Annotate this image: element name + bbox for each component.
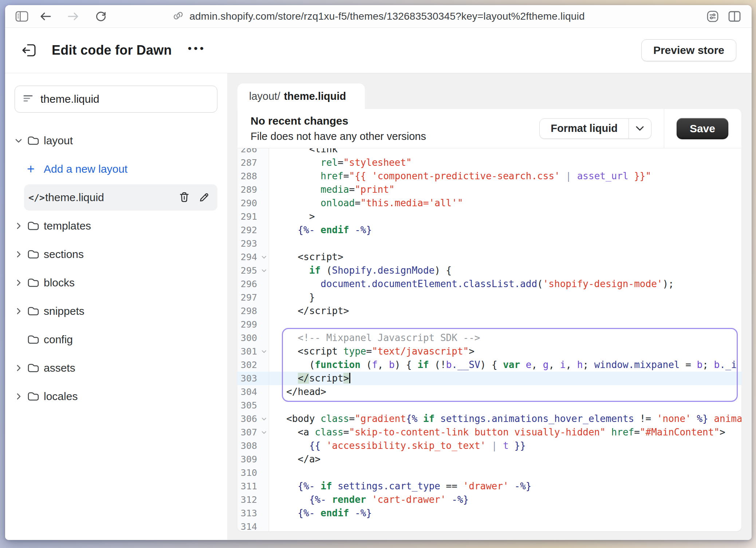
tab-file-name: theme.liquid	[284, 90, 346, 102]
editor-card: No recent changes File does not have any…	[237, 109, 741, 531]
reload-icon[interactable]	[92, 8, 109, 25]
trash-icon[interactable]	[178, 191, 190, 204]
code-text[interactable]: if (Shopify.designMode) {	[269, 264, 741, 277]
code-text[interactable]: {%- render 'cart-drawer' -%}	[269, 493, 741, 506]
fold-chevron-icon[interactable]	[259, 268, 269, 274]
code-line-294: 294 <script>	[237, 250, 741, 264]
code-line-311: 311 {%- if settings.cart_type == 'drawer…	[237, 480, 741, 493]
pencil-icon[interactable]	[198, 191, 210, 204]
line-number: 312	[237, 494, 259, 505]
page-settings-icon[interactable]	[704, 8, 721, 25]
folder-icon	[27, 135, 44, 146]
code-line-304: 304 </head>	[237, 385, 741, 399]
folder-icon	[27, 249, 44, 260]
header-vertical-divider	[664, 109, 664, 148]
code-text[interactable]: rel="stylesheet"	[269, 156, 741, 169]
code-text[interactable]: </head>	[269, 385, 741, 399]
chevron-down-icon[interactable]	[15, 137, 27, 145]
editor-pane: layout/theme.liquid No recent changes Fi…	[227, 73, 752, 540]
sidebar-toggle-icon[interactable]	[14, 8, 31, 25]
sidebar-item-config[interactable]: config	[15, 325, 217, 354]
code-line-306: 306 <body class="gradient{% if settings.…	[237, 412, 741, 426]
chevron-right-icon[interactable]	[15, 392, 27, 400]
line-number: 309	[237, 454, 259, 465]
code-text[interactable]: {%- if settings.cart_type == 'drawer' -%…	[269, 480, 741, 493]
code-line-291: 291 >	[237, 210, 741, 223]
sidebar-item-templates[interactable]: templates	[15, 212, 217, 240]
sidebar-item-layout[interactable]: layout	[15, 126, 217, 155]
code-text[interactable]: document.documentElement.classList.add('…	[269, 277, 741, 291]
code-text[interactable]: href="{{ 'component-predictive-search.cs…	[269, 169, 741, 183]
plus-icon: +	[27, 163, 44, 176]
code-text[interactable]: }	[269, 291, 741, 304]
status-title: No recent changes	[251, 115, 426, 127]
line-number: 292	[237, 225, 259, 235]
chevron-right-icon[interactable]	[15, 279, 27, 287]
code-text[interactable]: <a class="skip-to-content-link button vi…	[269, 426, 741, 439]
fold-chevron-icon[interactable]	[259, 254, 269, 260]
code-text[interactable]: </script>	[269, 304, 741, 318]
folder-icon	[27, 306, 44, 317]
line-number: 310	[237, 467, 259, 478]
code-text[interactable]: {%- endif -%}	[269, 223, 741, 237]
chevron-down-icon[interactable]	[629, 119, 651, 138]
code-line-302: 302 (function (f, b) { if (!b.__SV) { va…	[237, 358, 741, 372]
sidebar-add-layout[interactable]: +Add a new layout	[15, 155, 217, 183]
code-text[interactable]: media="print"	[269, 183, 741, 196]
chevron-right-icon[interactable]	[15, 222, 27, 230]
chevron-right-icon[interactable]	[15, 307, 27, 315]
code-text[interactable]: </script>	[269, 372, 741, 385]
url-text[interactable]: admin.shopify.com/store/rzq1xu-f5/themes…	[189, 11, 584, 22]
back-icon[interactable]	[37, 8, 54, 25]
sidebar-item-locales[interactable]: locales	[15, 382, 217, 411]
sidebar-item-assets[interactable]: assets	[15, 354, 217, 382]
format-liquid-button[interactable]: Format liquid	[539, 118, 651, 139]
browser-window: admin.shopify.com/store/rzq1xu-f5/themes…	[5, 5, 752, 540]
file-search-input[interactable]	[40, 93, 209, 105]
code-editor[interactable]: 286 <link287 rel="stylesheet"288 href="{…	[237, 148, 741, 531]
code-text[interactable]: <script>	[269, 250, 741, 264]
sidebar-item-snippets[interactable]: snippets	[15, 297, 217, 325]
file-sidebar: layout+Add a new layout</>theme.liquidte…	[5, 73, 227, 540]
file-search-box[interactable]	[15, 86, 217, 113]
split-view-icon[interactable]	[726, 8, 743, 25]
sidebar-item-sections[interactable]: sections	[15, 240, 217, 269]
code-file-icon: </>	[28, 192, 45, 203]
line-number: 302	[237, 360, 259, 370]
format-liquid-label: Format liquid	[540, 119, 629, 138]
code-text[interactable]: <!-- Mixpanel Javascript SDK -->	[269, 331, 741, 345]
code-text[interactable]: </a>	[269, 453, 741, 466]
sidebar-item-blocks[interactable]: blocks	[15, 269, 217, 297]
code-text[interactable]: onload="this.media='all'"	[269, 196, 741, 210]
preview-store-button[interactable]: Preview store	[641, 39, 736, 61]
chevron-right-icon[interactable]	[15, 250, 27, 258]
forward-icon[interactable]	[65, 8, 82, 25]
code-line-286: 286 <link	[237, 148, 741, 156]
code-line-295: 295 if (Shopify.designMode) {	[237, 264, 741, 277]
overflow-menu-icon[interactable]: •••	[188, 43, 206, 58]
sidebar-item-theme-liquid[interactable]: </>theme.liquid	[24, 184, 217, 211]
line-number: 303	[237, 373, 259, 384]
code-line-303: 303 </script>	[237, 372, 741, 385]
code-text[interactable]: <script type="text/javascript">	[269, 345, 741, 358]
code-text[interactable]: {{ 'accessibility.skip_to_text' | t }}	[269, 439, 741, 453]
code-text[interactable]: <body class="gradient{% if settings.anim…	[269, 412, 741, 426]
chevron-right-icon[interactable]	[15, 364, 27, 372]
line-number: 301	[237, 346, 259, 357]
fold-chevron-icon[interactable]	[259, 349, 269, 355]
line-number: 297	[237, 292, 259, 303]
exit-icon[interactable]	[20, 42, 38, 58]
tab-theme-liquid[interactable]: layout/theme.liquid	[237, 83, 365, 109]
folder-icon	[27, 391, 44, 402]
code-line-298: 298 </script>	[237, 304, 741, 318]
code-text[interactable]: >	[269, 210, 741, 223]
status-subtitle: File does not have any other versions	[251, 130, 426, 142]
code-text[interactable]: <link	[269, 148, 741, 156]
folder-icon	[27, 220, 44, 231]
code-text[interactable]: (function (f, b) { if (!b.__SV) { var e,…	[269, 358, 741, 372]
line-number: 308	[237, 441, 259, 451]
save-button[interactable]: Save	[677, 118, 728, 139]
fold-chevron-icon[interactable]	[259, 416, 269, 422]
fold-chevron-icon[interactable]	[259, 430, 269, 435]
code-text[interactable]: {%- endif -%}	[269, 506, 741, 520]
